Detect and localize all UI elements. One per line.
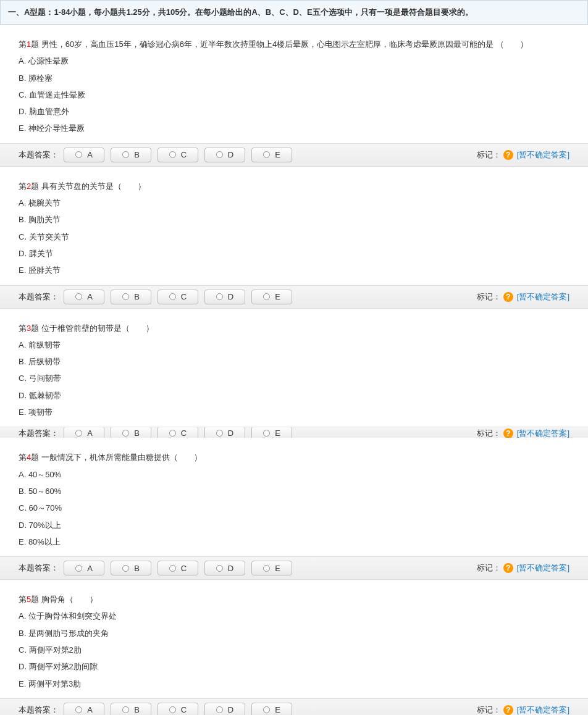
radio-icon [263,151,270,158]
question-option: A. 40～50% [19,466,569,483]
answer-option-b[interactable]: B [111,561,151,575]
answer-option-letter: D [228,150,233,159]
radio-icon [122,293,129,300]
unsure-answer-link[interactable]: [暂不确定答案] [517,291,569,303]
mark-label: 标记： [477,291,501,303]
answer-option-b[interactable]: B [111,148,151,162]
answer-option-c[interactable]: C [158,703,198,715]
question-option: D. 两侧平对第2肋间隙 [19,658,569,675]
answer-option-letter: C [181,292,187,301]
answer-option-a[interactable]: A [64,561,104,575]
answer-option-letter: C [181,150,187,159]
question-num-prefix: 第 [19,324,27,333]
question-option: B. 后纵韧带 [19,353,569,370]
question-num-prefix: 第 [19,182,27,191]
answer-option-c[interactable]: C [158,148,198,162]
answer-option-a[interactable]: A [64,427,104,438]
question-stem: 胸骨角（ ） [39,595,98,604]
question-option: E. 胫腓关节 [19,262,569,278]
answer-option-letter: A [87,429,93,438]
answer-option-letter: A [87,564,93,573]
radio-icon [216,151,223,158]
question-stem: 男性，60岁，高血压15年，确诊冠心病6年，近半年数次持重物上4楼后晕厥，心电图… [39,40,528,49]
answer-option-c[interactable]: C [158,290,198,304]
answer-option-b[interactable]: B [111,703,151,715]
answer-option-letter: E [275,429,280,438]
answer-option-b[interactable]: B [111,290,151,304]
question-option: B. 肺栓塞 [19,70,569,86]
unsure-answer-link[interactable]: [暂不确定答案] [517,149,569,161]
answer-option-d[interactable]: D [204,561,245,575]
answer-option-d[interactable]: D [204,148,245,162]
radio-icon [75,430,82,437]
radio-icon [122,430,129,437]
question-num-prefix: 第 [19,595,27,604]
answer-bar: 本题答案：ABCDE标记：?[暂不确定答案] [0,556,588,580]
answer-bar: 本题答案：ABCDE标记：?[暂不确定答案] [0,143,588,167]
question-option: A. 前纵韧带 [19,337,569,353]
answer-option-letter: D [228,705,233,714]
unsure-answer-link[interactable]: [暂不确定答案] [517,705,569,715]
mark-label: 标记： [477,149,501,161]
answer-option-e[interactable]: E [251,561,292,575]
answer-label: 本题答案： [19,291,59,303]
radio-icon [263,293,270,300]
answer-option-letter: A [87,705,93,714]
answer-option-b[interactable]: B [111,427,151,438]
mark-area: 标记：?[暂不确定答案] [477,291,569,303]
question-option: D. 脑血管意外 [19,103,569,120]
answer-bar: 本题答案：ABCDE标记：?[暂不确定答案] [0,285,588,309]
answer-option-c[interactable]: C [158,561,198,575]
answer-option-e[interactable]: E [251,290,292,304]
question-num-prefix: 第 [19,453,27,462]
question-option: B. 50～60% [19,483,569,500]
help-icon[interactable]: ? [503,429,513,438]
question-block: 第4题 一般情况下，机体所需能量由糖提供（ ）A. 40～50%B. 50～60… [0,438,588,556]
answer-option-letter: D [228,564,233,573]
radio-icon [169,430,176,437]
answer-option-a[interactable]: A [64,290,104,304]
answer-option-a[interactable]: A [64,148,104,162]
radio-icon [216,565,223,572]
answer-label: 本题答案： [19,149,59,161]
answer-option-letter: C [181,429,187,438]
radio-icon [169,293,176,300]
answer-option-letter: E [275,705,280,714]
answer-option-e[interactable]: E [251,148,292,162]
question-option: C. 血管迷走性晕厥 [19,86,569,103]
answer-option-d[interactable]: D [204,427,245,438]
radio-icon [75,706,82,713]
answer-option-letter: E [275,292,280,301]
unsure-answer-link[interactable]: [暂不确定答案] [517,428,569,438]
section-header: 一、A型题：1-84小题，每小题共1.25分，共105分。在每小题给出的A、B、… [0,0,588,25]
question-num-suffix: 题 [31,182,39,191]
answer-option-a[interactable]: A [64,703,104,715]
question-stem: 一般情况下，机体所需能量由糖提供（ ） [39,453,202,462]
answer-option-e[interactable]: E [251,703,292,715]
radio-icon [122,706,129,713]
question-option: E. 项韧带 [19,404,569,420]
answer-option-e[interactable]: E [251,427,292,438]
mark-label: 标记： [477,562,501,574]
mark-area: 标记：?[暂不确定答案] [477,562,569,574]
mark-label: 标记： [477,705,501,715]
answer-option-letter: B [134,705,140,714]
radio-icon [263,706,270,713]
question-title: 第3题 位于椎管前壁的韧带是（ ） [19,320,569,337]
radio-icon [75,293,82,300]
answer-option-d[interactable]: D [204,703,245,715]
help-icon[interactable]: ? [503,705,513,715]
answer-option-letter: D [228,429,233,438]
question-num-prefix: 第 [19,40,27,49]
answer-label: 本题答案： [19,705,59,715]
help-icon[interactable]: ? [503,563,513,573]
unsure-answer-link[interactable]: [暂不确定答案] [517,562,569,574]
mark-label: 标记： [477,428,501,438]
answer-option-letter: D [228,292,233,301]
question-title: 第1题 男性，60岁，高血压15年，确诊冠心病6年，近半年数次持重物上4楼后晕厥… [19,36,569,52]
help-icon[interactable]: ? [503,150,513,160]
help-icon[interactable]: ? [503,292,513,302]
question-option: A. 位于胸骨体和剑突交界处 [19,608,569,624]
answer-option-c[interactable]: C [158,427,198,438]
answer-option-d[interactable]: D [204,290,245,304]
